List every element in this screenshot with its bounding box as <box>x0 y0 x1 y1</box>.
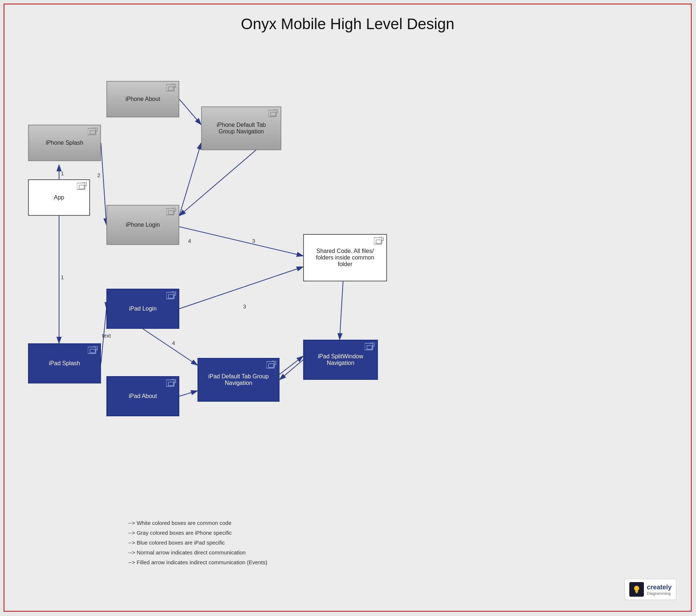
iphone-nav-label: iPhone Default Tab Group Navigation <box>217 122 266 135</box>
svg-line-5 <box>101 143 106 225</box>
label-2: 2 <box>97 172 100 178</box>
ipad-about-label: iPad About <box>129 393 157 399</box>
box-icon-iphone-about <box>166 84 176 92</box>
iphone-about-box: iPhone About <box>106 81 179 117</box>
box-icon-shared <box>374 237 384 245</box>
outer-border: Onyx Mobile High Level Design <box>4 4 692 612</box>
box-icon-app <box>77 182 87 190</box>
svg-line-13 <box>279 360 303 380</box>
legend: --> White colored boxes are common code … <box>128 518 267 567</box>
svg-line-15 <box>340 278 343 340</box>
ipad-split-box: iPad SplitWindow Navigation <box>303 340 378 380</box>
label-1b: 1 <box>61 274 64 280</box>
box-icon-iphone-login <box>166 208 176 216</box>
creately-logo: creately Diagramming <box>625 579 676 600</box>
svg-rect-42 <box>168 211 173 214</box>
svg-rect-85 <box>636 592 638 593</box>
ipad-splash-label: iPad Splash <box>49 360 80 367</box>
legend-item-2: --> Gray colored boxes are iPhone specif… <box>128 528 267 538</box>
svg-rect-78 <box>367 346 372 349</box>
svg-line-6 <box>179 99 201 125</box>
app-box: App <box>28 179 90 216</box>
ipad-login-label: iPad Login <box>129 305 157 312</box>
iphone-login-box: iPhone Login <box>106 205 179 245</box>
legend-item-5: --> Filled arrow indicates indirect comm… <box>128 557 267 567</box>
svg-rect-84 <box>635 591 638 592</box>
box-icon-iphone-splash <box>88 128 98 136</box>
page-title: Onyx Mobile High Level Design <box>4 4 691 33</box>
legend-item-3: --> Blue colored boxes are iPad specific <box>128 538 267 547</box>
label-3a: 3 <box>252 238 255 244</box>
svg-line-7 <box>179 143 201 216</box>
svg-rect-24 <box>79 185 84 189</box>
svg-line-10 <box>179 267 303 309</box>
text-label: text <box>102 332 111 339</box>
box-icon-ipad-splash <box>88 346 98 354</box>
box-icon-ipad-split <box>365 343 375 351</box>
svg-rect-54 <box>168 382 173 386</box>
svg-rect-72 <box>376 240 381 243</box>
diagram-canvas: 1 1 2 4 3 3 4 text iPhone Splash App iPa… <box>4 41 691 611</box>
legend-item-4: --> Normal arrow indicates direct commun… <box>128 547 267 557</box>
app-label: App <box>54 194 64 201</box>
ipad-splash-box: iPad Splash <box>28 343 101 383</box>
label-4b: 4 <box>172 340 175 346</box>
iphone-splash-box: iPhone Splash <box>28 125 101 161</box>
ipad-about-box: iPad About <box>106 376 179 416</box>
svg-rect-86 <box>636 593 637 593</box>
svg-rect-60 <box>270 112 275 116</box>
label-1a: 1 <box>61 170 64 176</box>
svg-line-12 <box>179 391 198 396</box>
iphone-login-label: iPhone Login <box>126 222 160 228</box>
svg-rect-66 <box>269 364 274 367</box>
legend-item-1: --> White colored boxes are common code <box>128 518 267 528</box>
ipad-nav-label: iPad Default Tab Group Navigation <box>208 373 269 386</box>
iphone-nav-box: iPhone Default Tab Group Navigation <box>201 106 281 150</box>
svg-line-9 <box>179 227 303 256</box>
ipad-login-box: iPad Login <box>106 289 179 329</box>
box-icon-iphone-nav <box>268 109 278 117</box>
shared-code-box: Shared Code. All files/ folders inside c… <box>303 234 387 281</box>
svg-line-11 <box>143 329 198 365</box>
svg-point-83 <box>634 586 639 591</box>
box-icon-ipad-nav <box>266 361 277 369</box>
svg-line-14 <box>279 356 303 374</box>
label-4a: 4 <box>188 238 191 244</box>
svg-rect-18 <box>90 130 95 134</box>
logo-text: creately Diagramming <box>647 584 672 596</box>
logo-bulb-icon <box>629 582 644 597</box>
ipad-split-label: iPad SplitWindow Navigation <box>318 353 363 366</box>
box-icon-ipad-login <box>166 292 176 300</box>
svg-rect-36 <box>168 87 173 90</box>
svg-rect-30 <box>90 349 95 353</box>
shared-code-label: Shared Code. All files/ folders inside c… <box>316 248 374 268</box>
box-icon-ipad-about <box>166 379 176 387</box>
iphone-about-label: iPhone About <box>125 96 160 102</box>
iphone-splash-label: iPhone Splash <box>46 140 83 146</box>
svg-rect-48 <box>168 295 173 298</box>
ipad-nav-box: iPad Default Tab Group Navigation <box>198 358 279 402</box>
label-3b: 3 <box>243 303 246 309</box>
